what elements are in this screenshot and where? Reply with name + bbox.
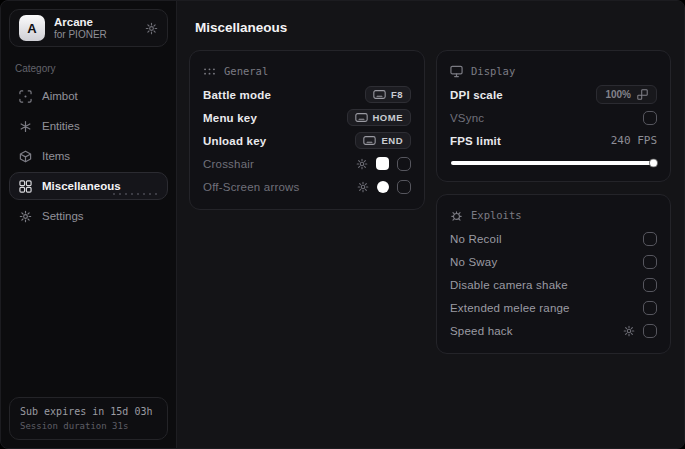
exploits-panel-header: Exploits: [450, 203, 657, 227]
sidebar-item-settings[interactable]: Settings: [9, 202, 168, 230]
speed-hack-label: Speed hack: [450, 325, 513, 337]
sidebar-item-label: Settings: [42, 210, 84, 222]
disable-camera-shake-label: Disable camera shake: [450, 279, 568, 291]
gear-icon[interactable]: [145, 22, 158, 35]
speed-hack-row: Speed hack: [450, 319, 657, 342]
sidebar-item-entities[interactable]: Entities: [9, 112, 168, 140]
extended-melee-range-row: Extended melee range: [450, 296, 657, 319]
speed-hack-controls: [623, 324, 657, 338]
crosshair-checkbox[interactable]: [397, 157, 411, 171]
menu-key-row: Menu key HOME: [203, 106, 411, 129]
no-sway-label: No Sway: [450, 256, 497, 268]
disable-camera-shake-checkbox[interactable]: [643, 278, 657, 292]
unload-key-label: Unload key: [203, 135, 266, 147]
keybind-value: END: [381, 135, 403, 146]
sidebar-item-label: Aimbot: [42, 90, 78, 102]
extended-melee-range-label: Extended melee range: [450, 302, 570, 314]
crosshair-controls: [356, 157, 411, 171]
keyboard-icon: [363, 136, 376, 145]
display-panel: Display DPI scale 100%: [436, 50, 671, 182]
left-column: General Battle mode F8: [189, 50, 425, 210]
gear-icon[interactable]: [356, 158, 368, 170]
offscreen-arrows-label: Off-Screen arrows: [203, 181, 300, 193]
sidebar-item-miscellaneous[interactable]: Miscellaneous: [9, 172, 168, 200]
no-recoil-label: No Recoil: [450, 233, 502, 245]
general-panel: General Battle mode F8: [189, 50, 425, 210]
display-panel-header: Display: [450, 59, 657, 83]
grid-icon: [19, 180, 32, 193]
app-window: A Arcane for PIONER Category: [0, 0, 685, 449]
exploits-panel: Exploits No Recoil No Sway Disable camer…: [436, 194, 671, 354]
display-panel-title: Display: [471, 65, 515, 77]
battle-mode-keybind-button[interactable]: F8: [365, 86, 411, 103]
monitor-icon: [450, 65, 463, 78]
keyboard-icon: [355, 113, 368, 122]
offscreen-arrows-checkbox[interactable]: [397, 180, 411, 194]
general-panel-header: General: [203, 59, 411, 83]
dpi-scale-label: DPI scale: [450, 89, 503, 101]
exploits-panel-title: Exploits: [471, 209, 522, 221]
bug-icon: [450, 209, 463, 222]
crosshair-scan-icon: [19, 90, 32, 103]
slider-fill: [451, 161, 656, 165]
sidebar-item-aimbot[interactable]: Aimbot: [9, 82, 168, 110]
brand-card: A Arcane for PIONER: [9, 9, 168, 47]
offscreen-arrows-row: Off-Screen arrows: [203, 175, 411, 198]
category-label: Category: [15, 63, 162, 74]
gear-icon[interactable]: [623, 325, 635, 337]
dots-decoration: [111, 192, 159, 196]
vsync-checkbox[interactable]: [643, 111, 657, 125]
no-sway-checkbox[interactable]: [643, 255, 657, 269]
sidebar-item-items[interactable]: Items: [9, 142, 168, 170]
sidebar: A Arcane for PIONER Category: [1, 1, 177, 448]
dpi-scale-row: DPI scale 100%: [450, 83, 657, 106]
sidebar-item-label: Items: [42, 150, 70, 162]
keybind-value: F8: [391, 89, 403, 100]
brand-text: Arcane for PIONER: [54, 16, 107, 40]
battle-mode-label: Battle mode: [203, 89, 271, 101]
no-sway-row: No Sway: [450, 250, 657, 273]
fps-limit-label: FPS limit: [450, 135, 501, 147]
dpi-scale-value: 100%: [605, 89, 631, 100]
menu-key-keybind-button[interactable]: HOME: [347, 109, 412, 126]
panels-container: General Battle mode F8: [189, 50, 671, 354]
session-duration-text: Session duration 31s: [20, 421, 157, 431]
package-icon: [19, 150, 32, 163]
sidebar-item-label: Miscellaneous: [42, 180, 121, 192]
crosshair-color-swatch[interactable]: [376, 157, 389, 170]
dots-grid-icon: [203, 66, 216, 77]
vsync-label: VSync: [450, 112, 484, 124]
offscreen-arrows-color-swatch[interactable]: [377, 181, 389, 193]
speed-hack-checkbox[interactable]: [643, 324, 657, 338]
page-title: Miscellaneous: [195, 20, 671, 35]
general-panel-title: General: [224, 65, 268, 77]
scale-icon: [637, 89, 648, 100]
sidebar-item-label: Entities: [42, 120, 80, 132]
gear-icon: [19, 210, 32, 223]
extended-melee-range-checkbox[interactable]: [643, 301, 657, 315]
no-recoil-checkbox[interactable]: [643, 232, 657, 246]
gear-icon[interactable]: [357, 181, 369, 193]
slider-thumb[interactable]: [649, 159, 658, 168]
vsync-row: VSync: [450, 106, 657, 129]
unload-key-keybind-button[interactable]: END: [355, 132, 411, 149]
fps-limit-slider[interactable]: [451, 161, 656, 165]
sub-expires-text: Sub expires in 15d 03h: [20, 406, 157, 417]
subscription-info: Sub expires in 15d 03h Session duration …: [9, 397, 168, 440]
fps-limit-row: FPS limit 240 FPS: [450, 129, 657, 152]
unload-key-row: Unload key END: [203, 129, 411, 152]
right-column: Display DPI scale 100%: [436, 50, 671, 354]
crosshair-label: Crosshair: [203, 158, 254, 170]
app-title: Arcane: [54, 16, 107, 28]
sidebar-nav: Aimbot Entities Items: [9, 82, 168, 230]
keyboard-icon: [373, 90, 386, 99]
offscreen-arrows-controls: [357, 180, 411, 194]
battle-mode-row: Battle mode F8: [203, 83, 411, 106]
no-recoil-row: No Recoil: [450, 227, 657, 250]
dpi-scale-button[interactable]: 100%: [596, 85, 657, 104]
app-logo: A: [19, 15, 45, 41]
main-content: Miscellaneous General: [177, 1, 684, 448]
menu-key-label: Menu key: [203, 112, 257, 124]
keybind-value: HOME: [373, 112, 404, 123]
app-subtitle: for PIONER: [54, 29, 107, 40]
